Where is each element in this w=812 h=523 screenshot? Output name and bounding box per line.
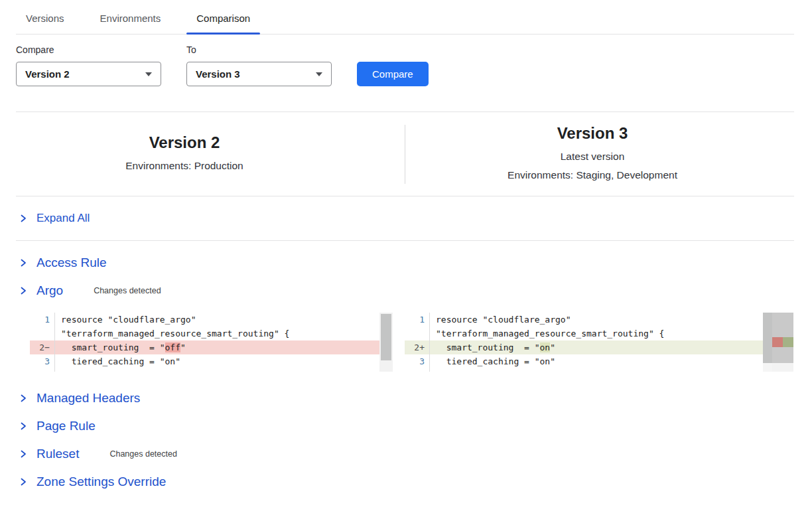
code-text: "terraform_managed_resource_smart_routin…: [54, 327, 379, 340]
version-header-row: Version 2 Environments: Production Versi…: [0, 112, 812, 196]
chevron-right-icon: [19, 394, 28, 403]
code-text: }: [54, 368, 379, 372]
diff-code-area: 1resource "cloudflare_argo""terraform_ma…: [405, 313, 763, 372]
vertical-scrollbar[interactable]: [379, 313, 393, 372]
code-text: smart_routing = "on": [429, 340, 763, 354]
scrollbar-thumb[interactable]: [763, 313, 772, 363]
compare-version-select[interactable]: Version 2: [16, 62, 161, 86]
compare-version-value: Version 2: [25, 68, 70, 80]
line-number: 4: [405, 368, 429, 372]
code-text: "terraform_managed_resource_smart_routin…: [429, 327, 763, 340]
diff-line: "terraform_managed_resource_smart_routin…: [405, 327, 763, 340]
diff-panel: 1resource "cloudflare_argo""terraform_ma…: [30, 313, 812, 372]
diff-editor-left: 1resource "cloudflare_argo""terraform_ma…: [30, 313, 393, 372]
minimap-deleted-marker: [772, 337, 783, 347]
diff-line: 3 tiered_caching = "on": [30, 354, 379, 368]
changes-detected-badge: Changes detected: [94, 286, 161, 295]
section-row-managed-headers[interactable]: Managed Headers: [0, 384, 812, 412]
line-number: 2+: [405, 340, 429, 354]
chevron-right-icon: [19, 449, 28, 459]
to-version-select[interactable]: Version 3: [186, 62, 332, 86]
line-number: 3: [405, 354, 429, 368]
tab-versions[interactable]: Versions: [16, 13, 74, 34]
code-text: tiered_caching = "on": [429, 354, 763, 368]
minimap[interactable]: [772, 313, 793, 372]
line-number: 3: [30, 354, 54, 368]
changed-token: off: [165, 342, 180, 352]
version-right-title: Version 3: [405, 124, 780, 143]
version-left-title: Version 2: [0, 133, 369, 152]
version-right-environments: Environments: Staging, Development: [405, 166, 780, 185]
diff-code-area: 1resource "cloudflare_argo""terraform_ma…: [30, 313, 379, 372]
section-title: Access Rule: [36, 256, 107, 270]
compare-form: Compare Version 2 To Version 3 Compare: [16, 44, 812, 86]
line-number: [405, 327, 429, 340]
code-text: smart_routing = "off": [54, 340, 379, 354]
to-version-value: Version 3: [196, 68, 240, 80]
diff-line: 1resource "cloudflare_argo": [405, 313, 763, 327]
chevron-right-icon: [19, 286, 28, 295]
diff-line: 1resource "cloudflare_argo": [30, 313, 379, 327]
chevron-right-icon: [19, 214, 28, 223]
code-text: resource "cloudflare_argo": [54, 313, 379, 327]
section-title: Page Rule: [36, 419, 96, 433]
section-title: Managed Headers: [36, 391, 140, 406]
section-row-argo[interactable]: ArgoChanges detected: [0, 277, 812, 305]
minimap-body: [772, 313, 793, 363]
diff-line: 4}: [30, 368, 379, 372]
diff-line: 2− smart_routing = "off": [30, 340, 379, 354]
column-divider: [405, 125, 405, 184]
tab-environments[interactable]: Environments: [90, 13, 171, 34]
divider: [16, 240, 794, 241]
diff-line: 3 tiered_caching = "on": [405, 354, 763, 368]
chevron-down-icon: [145, 72, 152, 76]
changed-token: on: [540, 342, 551, 352]
line-number: [30, 327, 54, 340]
code-text: tiered_caching = "on": [54, 354, 379, 368]
compare-field: Compare Version 2: [16, 44, 161, 86]
version-right-column: Version 3 Latest version Environments: S…: [405, 124, 793, 185]
expand-all-label: Expand All: [36, 212, 90, 225]
line-number: 1: [30, 313, 54, 327]
chevron-down-icon: [316, 72, 322, 76]
chevron-right-icon: [19, 258, 28, 267]
line-number: 2−: [30, 340, 54, 354]
section-row-page-rule[interactable]: Page Rule: [0, 412, 812, 440]
changes-detected-badge: Changes detected: [109, 449, 176, 459]
line-number: 1: [405, 313, 429, 327]
to-field: To Version 3: [186, 44, 332, 86]
section-title: Ruleset: [36, 447, 79, 461]
compare-button[interactable]: Compare: [357, 62, 429, 86]
code-text: }: [429, 368, 763, 372]
scrollbar-thumb[interactable]: [381, 314, 391, 360]
version-left-column: Version 2 Environments: Production: [0, 133, 405, 175]
diff-line: 4}: [405, 368, 763, 372]
version-left-environments: Environments: Production: [0, 157, 369, 175]
minimap-added-marker: [783, 337, 793, 347]
compare-label: Compare: [16, 44, 161, 55]
chevron-right-icon: [19, 421, 28, 431]
section-title: Zone Settings Override: [36, 475, 166, 489]
diff-editor-right: 1resource "cloudflare_argo""terraform_ma…: [405, 313, 793, 372]
code-text: resource "cloudflare_argo": [429, 313, 763, 327]
diff-line: "terraform_managed_resource_smart_routin…: [30, 327, 379, 340]
tab-comparison[interactable]: Comparison: [186, 13, 260, 34]
vertical-scrollbar[interactable]: [763, 313, 772, 372]
section-row-access-rule[interactable]: Access Rule: [0, 249, 812, 277]
section-row-ruleset[interactable]: RulesetChanges detected: [0, 440, 812, 468]
version-right-latest: Latest version: [405, 147, 780, 166]
expand-all-button[interactable]: Expand All: [0, 196, 812, 240]
line-number: 4: [30, 368, 54, 372]
section-title: Argo: [36, 283, 63, 298]
to-label: To: [186, 44, 332, 55]
diff-line: 2+ smart_routing = "on": [405, 340, 763, 354]
resource-sections: Access RuleArgoChanges detected1resource…: [0, 249, 812, 496]
chevron-right-icon: [19, 477, 28, 486]
section-row-zone-settings-override[interactable]: Zone Settings Override: [0, 468, 812, 496]
tab-bar: VersionsEnvironmentsComparison: [16, 0, 794, 35]
